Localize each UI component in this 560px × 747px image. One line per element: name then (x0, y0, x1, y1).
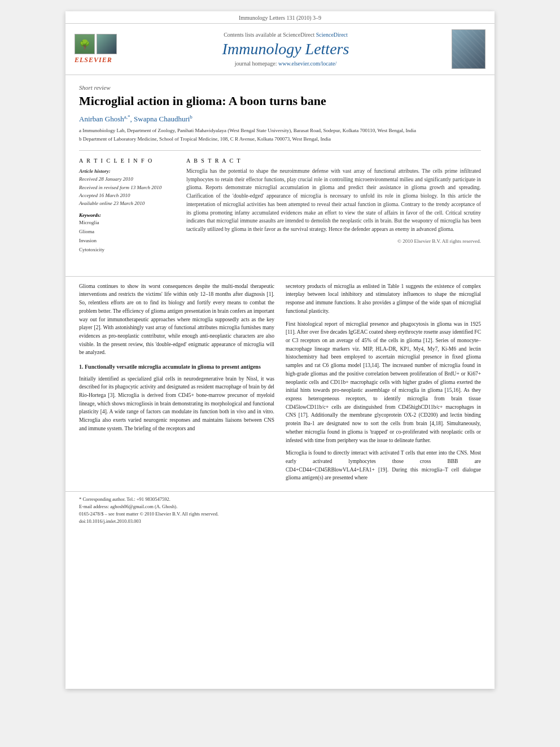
keywords-label: Keywords: (79, 212, 175, 218)
info-abstract-section: A R T I C L E I N F O Article history: R… (79, 150, 481, 255)
section-divider (65, 276, 495, 277)
abstract-text: Microglia has the potential to shape the… (186, 167, 481, 234)
body-right-para-2: First histological report of microglial … (286, 320, 481, 445)
keywords-list: Microglia Glioma Invasion Cytotoxicity (79, 218, 175, 255)
history-label: Article history: (79, 168, 111, 174)
elsevier-brand-text: ELSEVIER (75, 56, 120, 64)
journal-center: Contents lists available at ScienceDirec… (120, 32, 452, 67)
journal-url[interactable]: www.elsevier.com/locate/ (278, 60, 336, 67)
sciencedirect-link[interactable]: ScienceDirect (316, 32, 348, 38)
author-b-name: , Swapna Chaudhuri (130, 115, 190, 123)
author-list: Anirban Ghosha,*, Swapna Chaudhurib (79, 114, 481, 124)
journal-homepage: journal homepage: www.elsevier.com/locat… (120, 60, 452, 67)
article-info-panel: A R T I C L E I N F O Article history: R… (79, 158, 175, 255)
email-address: E-mail address: aghosh06@gmail.com (A. G… (79, 504, 481, 509)
keywords-section: Keywords: Microglia Glioma Invasion Cyto… (79, 212, 175, 255)
keyword-1: Microglia (79, 218, 175, 227)
affiliation-a: a Immunobiology Lab, Department of Zoolo… (79, 127, 481, 135)
article-title: Microglial action in glioma: A boon turn… (79, 93, 481, 110)
corresponding-author: * Corresponding author. Tel.: +91 983054… (79, 496, 481, 502)
article-info-title: A R T I C L E I N F O (79, 158, 175, 164)
body-right-para-1: secretory products of microglia as enlis… (286, 282, 481, 316)
affiliation-b: b Department of Laboratory Medicine, Sch… (79, 136, 481, 143)
keyword-4: Cytotoxicity (79, 245, 175, 254)
revised-date: Received in revised form 13 March 2010 (79, 184, 175, 191)
body-right-para-3: Microglia is found to directly interact … (286, 449, 481, 482)
journal-cover-image (452, 29, 485, 69)
received-date: Received 28 January 2010 (79, 175, 175, 183)
section-1-heading: 1. Functionally versatile microglia accu… (79, 362, 274, 372)
available-date: Available online 23 March 2010 (79, 199, 175, 207)
article-history: Article history: Received 28 January 201… (79, 167, 175, 208)
journal-citation: Immunology Letters 131 (2010) 3–9 (65, 11, 495, 24)
journal-title: Immunology Letters (120, 40, 452, 58)
abstract-title: A B S T R A C T (186, 158, 481, 164)
author-a-name: Anirban Ghosh (79, 115, 124, 123)
footnote-area: * Corresponding author. Tel.: +91 983054… (65, 491, 495, 528)
body-right-column: secretory products of microglia as enlis… (286, 282, 481, 487)
author-a-sup: a,* (124, 114, 130, 120)
journal-header: 🌳 ELSEVIER Contents lists available at S… (65, 24, 495, 75)
article-type-label: Short review (79, 84, 481, 91)
elsevier-tree-icon: 🌳 (75, 34, 95, 54)
journal-thumbnail-small (97, 34, 117, 54)
abstract-panel: A B S T R A C T Microglia has the potent… (186, 158, 481, 255)
body-left-column: Glioma continues to show its worst conse… (79, 282, 274, 487)
issn-line: 0165-2478/$ – see front matter © 2010 El… (79, 511, 481, 517)
body-para-1: Glioma continues to show its worst conse… (79, 282, 274, 357)
keyword-2: Glioma (79, 227, 175, 236)
affiliations: a Immunobiology Lab, Department of Zoolo… (79, 127, 481, 143)
elsevier-logo: 🌳 ELSEVIER (75, 34, 120, 64)
doi-line: doi:10.1016/j.imlet.2010.03.003 (79, 518, 481, 524)
keyword-3: Invasion (79, 236, 175, 245)
article-content: Short review Microglial action in glioma… (65, 75, 495, 270)
author-b-sup: b (190, 114, 193, 120)
sciencedirect-label: Contents lists available at ScienceDirec… (120, 32, 452, 38)
body-content: Glioma continues to show its worst conse… (65, 282, 495, 487)
copyright-line: © 2010 Elsevier B.V. All rights reserved… (186, 238, 481, 244)
accepted-date: Accepted 16 March 2010 (79, 191, 175, 199)
body-para-2: Initially identified as specialized glia… (79, 375, 274, 433)
